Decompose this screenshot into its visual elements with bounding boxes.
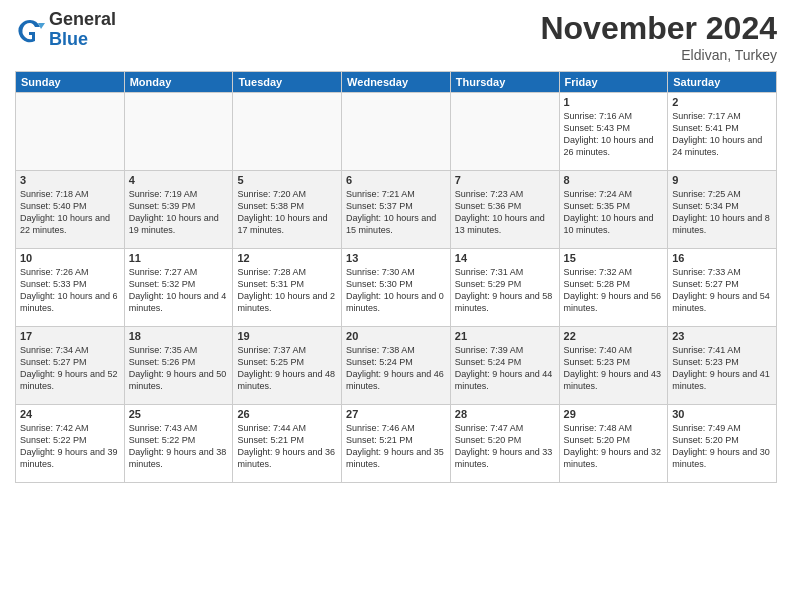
day-number: 29 <box>564 408 664 420</box>
calendar: Sunday Monday Tuesday Wednesday Thursday… <box>15 71 777 483</box>
day-number: 25 <box>129 408 229 420</box>
table-row: 20Sunrise: 7:38 AM Sunset: 5:24 PM Dayli… <box>342 327 451 405</box>
day-number: 21 <box>455 330 555 342</box>
month-title: November 2024 <box>540 10 777 47</box>
day-info: Sunrise: 7:40 AM Sunset: 5:23 PM Dayligh… <box>564 344 664 393</box>
table-row: 12Sunrise: 7:28 AM Sunset: 5:31 PM Dayli… <box>233 249 342 327</box>
day-number: 6 <box>346 174 446 186</box>
day-info: Sunrise: 7:24 AM Sunset: 5:35 PM Dayligh… <box>564 188 664 237</box>
day-number: 27 <box>346 408 446 420</box>
th-saturday: Saturday <box>668 72 777 93</box>
th-friday: Friday <box>559 72 668 93</box>
table-row: 23Sunrise: 7:41 AM Sunset: 5:23 PM Dayli… <box>668 327 777 405</box>
logo: General Blue <box>15 10 116 50</box>
logo-icon <box>15 15 45 45</box>
day-number: 8 <box>564 174 664 186</box>
day-number: 1 <box>564 96 664 108</box>
day-number: 13 <box>346 252 446 264</box>
table-row: 8Sunrise: 7:24 AM Sunset: 5:35 PM Daylig… <box>559 171 668 249</box>
table-row: 13Sunrise: 7:30 AM Sunset: 5:30 PM Dayli… <box>342 249 451 327</box>
day-info: Sunrise: 7:46 AM Sunset: 5:21 PM Dayligh… <box>346 422 446 471</box>
day-info: Sunrise: 7:18 AM Sunset: 5:40 PM Dayligh… <box>20 188 120 237</box>
day-info: Sunrise: 7:16 AM Sunset: 5:43 PM Dayligh… <box>564 110 664 159</box>
day-number: 20 <box>346 330 446 342</box>
day-number: 10 <box>20 252 120 264</box>
day-number: 12 <box>237 252 337 264</box>
day-info: Sunrise: 7:28 AM Sunset: 5:31 PM Dayligh… <box>237 266 337 315</box>
calendar-week-row: 10Sunrise: 7:26 AM Sunset: 5:33 PM Dayli… <box>16 249 777 327</box>
day-number: 28 <box>455 408 555 420</box>
day-number: 14 <box>455 252 555 264</box>
day-number: 26 <box>237 408 337 420</box>
day-info: Sunrise: 7:26 AM Sunset: 5:33 PM Dayligh… <box>20 266 120 315</box>
table-row: 6Sunrise: 7:21 AM Sunset: 5:37 PM Daylig… <box>342 171 451 249</box>
table-row: 28Sunrise: 7:47 AM Sunset: 5:20 PM Dayli… <box>450 405 559 483</box>
day-info: Sunrise: 7:47 AM Sunset: 5:20 PM Dayligh… <box>455 422 555 471</box>
day-info: Sunrise: 7:20 AM Sunset: 5:38 PM Dayligh… <box>237 188 337 237</box>
location: Eldivan, Turkey <box>540 47 777 63</box>
day-info: Sunrise: 7:49 AM Sunset: 5:20 PM Dayligh… <box>672 422 772 471</box>
table-row: 3Sunrise: 7:18 AM Sunset: 5:40 PM Daylig… <box>16 171 125 249</box>
th-thursday: Thursday <box>450 72 559 93</box>
calendar-week-row: 17Sunrise: 7:34 AM Sunset: 5:27 PM Dayli… <box>16 327 777 405</box>
th-tuesday: Tuesday <box>233 72 342 93</box>
table-row: 9Sunrise: 7:25 AM Sunset: 5:34 PM Daylig… <box>668 171 777 249</box>
day-number: 19 <box>237 330 337 342</box>
table-row: 7Sunrise: 7:23 AM Sunset: 5:36 PM Daylig… <box>450 171 559 249</box>
logo-general: General <box>49 10 116 30</box>
day-number: 23 <box>672 330 772 342</box>
table-row: 30Sunrise: 7:49 AM Sunset: 5:20 PM Dayli… <box>668 405 777 483</box>
table-row: 16Sunrise: 7:33 AM Sunset: 5:27 PM Dayli… <box>668 249 777 327</box>
day-number: 24 <box>20 408 120 420</box>
day-number: 18 <box>129 330 229 342</box>
table-row: 15Sunrise: 7:32 AM Sunset: 5:28 PM Dayli… <box>559 249 668 327</box>
table-row: 10Sunrise: 7:26 AM Sunset: 5:33 PM Dayli… <box>16 249 125 327</box>
day-info: Sunrise: 7:37 AM Sunset: 5:25 PM Dayligh… <box>237 344 337 393</box>
day-number: 15 <box>564 252 664 264</box>
calendar-week-row: 24Sunrise: 7:42 AM Sunset: 5:22 PM Dayli… <box>16 405 777 483</box>
day-number: 16 <box>672 252 772 264</box>
table-row: 24Sunrise: 7:42 AM Sunset: 5:22 PM Dayli… <box>16 405 125 483</box>
table-row: 4Sunrise: 7:19 AM Sunset: 5:39 PM Daylig… <box>124 171 233 249</box>
day-info: Sunrise: 7:21 AM Sunset: 5:37 PM Dayligh… <box>346 188 446 237</box>
day-info: Sunrise: 7:48 AM Sunset: 5:20 PM Dayligh… <box>564 422 664 471</box>
day-info: Sunrise: 7:42 AM Sunset: 5:22 PM Dayligh… <box>20 422 120 471</box>
day-info: Sunrise: 7:23 AM Sunset: 5:36 PM Dayligh… <box>455 188 555 237</box>
table-row: 26Sunrise: 7:44 AM Sunset: 5:21 PM Dayli… <box>233 405 342 483</box>
page: General Blue November 2024 Eldivan, Turk… <box>0 0 792 612</box>
table-row: 1Sunrise: 7:16 AM Sunset: 5:43 PM Daylig… <box>559 93 668 171</box>
day-info: Sunrise: 7:39 AM Sunset: 5:24 PM Dayligh… <box>455 344 555 393</box>
table-row: 25Sunrise: 7:43 AM Sunset: 5:22 PM Dayli… <box>124 405 233 483</box>
table-row: 14Sunrise: 7:31 AM Sunset: 5:29 PM Dayli… <box>450 249 559 327</box>
day-number: 9 <box>672 174 772 186</box>
day-info: Sunrise: 7:31 AM Sunset: 5:29 PM Dayligh… <box>455 266 555 315</box>
calendar-week-row: 1Sunrise: 7:16 AM Sunset: 5:43 PM Daylig… <box>16 93 777 171</box>
header: General Blue November 2024 Eldivan, Turk… <box>15 10 777 63</box>
table-row <box>124 93 233 171</box>
table-row: 22Sunrise: 7:40 AM Sunset: 5:23 PM Dayli… <box>559 327 668 405</box>
day-info: Sunrise: 7:32 AM Sunset: 5:28 PM Dayligh… <box>564 266 664 315</box>
table-row: 19Sunrise: 7:37 AM Sunset: 5:25 PM Dayli… <box>233 327 342 405</box>
day-number: 11 <box>129 252 229 264</box>
day-number: 17 <box>20 330 120 342</box>
day-number: 22 <box>564 330 664 342</box>
day-info: Sunrise: 7:33 AM Sunset: 5:27 PM Dayligh… <box>672 266 772 315</box>
day-info: Sunrise: 7:35 AM Sunset: 5:26 PM Dayligh… <box>129 344 229 393</box>
day-info: Sunrise: 7:27 AM Sunset: 5:32 PM Dayligh… <box>129 266 229 315</box>
day-number: 5 <box>237 174 337 186</box>
day-info: Sunrise: 7:34 AM Sunset: 5:27 PM Dayligh… <box>20 344 120 393</box>
day-info: Sunrise: 7:44 AM Sunset: 5:21 PM Dayligh… <box>237 422 337 471</box>
table-row: 29Sunrise: 7:48 AM Sunset: 5:20 PM Dayli… <box>559 405 668 483</box>
logo-text: General Blue <box>49 10 116 50</box>
table-row: 18Sunrise: 7:35 AM Sunset: 5:26 PM Dayli… <box>124 327 233 405</box>
logo-blue: Blue <box>49 30 116 50</box>
day-info: Sunrise: 7:43 AM Sunset: 5:22 PM Dayligh… <box>129 422 229 471</box>
day-info: Sunrise: 7:19 AM Sunset: 5:39 PM Dayligh… <box>129 188 229 237</box>
table-row: 27Sunrise: 7:46 AM Sunset: 5:21 PM Dayli… <box>342 405 451 483</box>
calendar-week-row: 3Sunrise: 7:18 AM Sunset: 5:40 PM Daylig… <box>16 171 777 249</box>
day-number: 4 <box>129 174 229 186</box>
th-wednesday: Wednesday <box>342 72 451 93</box>
th-sunday: Sunday <box>16 72 125 93</box>
table-row: 21Sunrise: 7:39 AM Sunset: 5:24 PM Dayli… <box>450 327 559 405</box>
day-number: 30 <box>672 408 772 420</box>
